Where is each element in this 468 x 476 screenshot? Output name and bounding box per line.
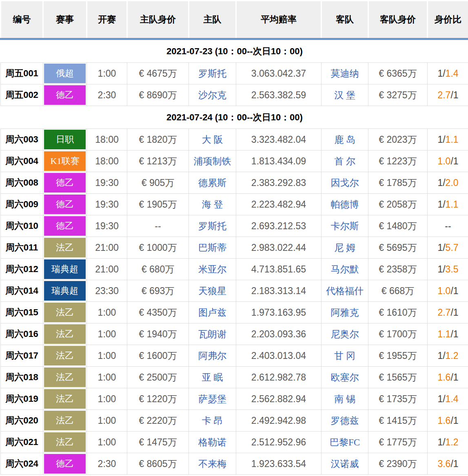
average-odds: 2.383.292.83 <box>236 172 322 194</box>
away-team-link[interactable]: 欧塞尔 <box>322 367 368 388</box>
away-team-link[interactable]: 巴黎FC <box>322 432 368 453</box>
match-number: 周六012 <box>1 259 43 280</box>
home-team-link[interactable]: 德累斯 <box>189 172 236 194</box>
match-row: 周六011 法乙 21:00 € 1000万 巴斯蒂 2.983.022.44 … <box>1 237 468 259</box>
away-team-value: € 1223万 <box>368 151 428 172</box>
away-team-link[interactable]: 罗德兹 <box>322 410 368 432</box>
match-row: 周六010 德乙 19:30 -- 罗斯托 2.693.212.53 卡尔斯 €… <box>1 215 468 237</box>
ratio-normal-part: /1 <box>450 307 458 318</box>
league-badge[interactable]: 德乙 <box>44 195 86 214</box>
match-number: 周六004 <box>1 151 43 172</box>
match-number: 周六020 <box>1 410 43 432</box>
away-team-value: € 5695万 <box>368 237 428 259</box>
home-team-link[interactable]: 不来梅 <box>189 453 236 475</box>
league-badge[interactable]: 德乙 <box>44 173 86 193</box>
away-team-link[interactable]: 南 锡 <box>322 388 368 410</box>
match-number: 周六011 <box>1 237 43 259</box>
league-badge[interactable]: 法乙 <box>44 346 86 365</box>
league-badge[interactable]: 法乙 <box>44 303 86 322</box>
date-group-row: 2021-07-24 (10：00--次日10：00) <box>1 106 468 129</box>
match-row: 周六009 德乙 19:30 € 1905万 海 登 2.223.482.94 … <box>1 194 468 215</box>
away-team-link[interactable]: 汉诺威 <box>322 453 368 475</box>
away-team-value: € 6365万 <box>368 63 428 84</box>
ratio-normal-part: 1/ <box>437 394 445 404</box>
value-ratio: 2.7/1 <box>428 84 468 106</box>
home-team-link[interactable]: 天狼星 <box>189 280 236 302</box>
ratio-normal-part: 1/ <box>437 264 445 275</box>
ratio-highlight-part: 1.6 <box>437 372 450 383</box>
away-team-link[interactable]: 阿雅克 <box>322 302 368 323</box>
home-team-link[interactable]: 沙尔克 <box>189 84 236 106</box>
match-row: 周六016 法乙 1:00 € 1940万 瓦朗谢 2.203.093.36 尼… <box>1 323 468 345</box>
home-team-link[interactable]: 米亚尔 <box>189 259 236 280</box>
league-badge[interactable]: 德乙 <box>44 454 86 474</box>
league-badge[interactable]: K1联赛 <box>44 151 86 171</box>
home-team-link[interactable]: 卡 昂 <box>189 410 236 432</box>
ratio-highlight-part: 1.1 <box>446 134 459 145</box>
away-team-link[interactable]: 汉 堡 <box>322 84 368 106</box>
ratio-highlight-part: 1.4 <box>446 394 459 404</box>
away-team-link[interactable]: 代格福什 <box>322 280 368 302</box>
home-team-link[interactable]: 图卢兹 <box>189 302 236 323</box>
league-badge[interactable]: 法乙 <box>44 411 86 430</box>
away-team-value: € 2390万 <box>368 453 428 475</box>
match-number: 周六017 <box>1 345 43 367</box>
value-ratio: 1.0/1 <box>428 280 468 302</box>
league-badge[interactable]: 法乙 <box>44 368 86 387</box>
league-badge[interactable]: 瑞典超 <box>44 281 86 301</box>
away-team-link[interactable]: 莫迪纳 <box>322 63 368 84</box>
home-team-link[interactable]: 格勒诺 <box>189 432 236 453</box>
away-team-link[interactable]: 卡尔斯 <box>322 215 368 237</box>
away-team-link[interactable]: 马尔默 <box>322 259 368 280</box>
ratio-highlight-part: 1.6 <box>437 415 450 426</box>
league-badge[interactable]: 法乙 <box>44 432 86 452</box>
away-team-value: € 668万 <box>368 280 428 302</box>
ratio-normal-part: /1 <box>450 286 458 296</box>
home-team-link[interactable]: 罗斯托 <box>189 215 236 237</box>
league-cell: 俄超 <box>43 63 87 84</box>
home-team-link[interactable]: 瓦朗谢 <box>189 323 236 345</box>
average-odds: 1.923.633.54 <box>236 453 322 475</box>
match-number: 周六008 <box>1 172 43 194</box>
home-team-link[interactable]: 萨瑟堡 <box>189 388 236 410</box>
league-badge[interactable]: 日职 <box>44 130 86 149</box>
ratio-highlight-part: 1.1 <box>446 199 459 210</box>
league-badge[interactable]: 法乙 <box>44 324 86 344</box>
away-team-link[interactable]: 尼奥尔 <box>322 323 368 345</box>
home-team-link[interactable]: 阿弗尔 <box>189 345 236 367</box>
league-badge[interactable]: 法乙 <box>44 389 86 409</box>
match-number: 周六021 <box>1 432 43 453</box>
league-cell: 法乙 <box>43 410 87 432</box>
league-badge[interactable]: 德乙 <box>44 216 86 236</box>
league-badge[interactable]: 俄超 <box>44 64 86 83</box>
col-header-away-value: 客队身价 <box>368 1 428 39</box>
away-team-link[interactable]: 尼 姆 <box>322 237 368 259</box>
home-team-link[interactable]: 海 登 <box>189 194 236 215</box>
away-team-link[interactable]: 甘 冈 <box>322 345 368 367</box>
home-team-link[interactable]: 罗斯托 <box>189 63 236 84</box>
ratio-highlight-part: 3.5 <box>446 264 459 275</box>
home-team-value: € 2500万 <box>127 367 189 388</box>
home-team-value: € 8605万 <box>127 453 189 475</box>
away-team-value: € 1415万 <box>368 410 428 432</box>
value-ratio: 1/1.2 <box>428 345 468 367</box>
average-odds: 2.983.022.44 <box>236 237 322 259</box>
away-team-link[interactable]: 因戈尔 <box>322 172 368 194</box>
home-team-link[interactable]: 大 阪 <box>189 129 236 151</box>
ratio-normal-part: /1 <box>450 156 458 166</box>
home-team-link[interactable]: 亚 眠 <box>189 367 236 388</box>
league-badge[interactable]: 德乙 <box>44 85 86 105</box>
away-team-link[interactable]: 鹿 岛 <box>322 129 368 151</box>
away-team-link[interactable]: 帕德博 <box>322 194 368 215</box>
home-team-link[interactable]: 浦项制铁 <box>189 151 236 172</box>
col-header-league: 赛事 <box>43 1 87 39</box>
away-team-link[interactable]: 首 尔 <box>322 151 368 172</box>
league-badge[interactable]: 瑞典超 <box>44 259 86 279</box>
value-ratio: 1.6/1 <box>428 367 468 388</box>
home-team-link[interactable]: 巴斯蒂 <box>189 237 236 259</box>
away-team-value: € 1700万 <box>368 323 428 345</box>
league-badge[interactable]: 法乙 <box>44 238 86 257</box>
value-ratio: 1/1.4 <box>428 388 468 410</box>
match-number: 周六019 <box>1 388 43 410</box>
kickoff-time: 23:30 <box>87 280 127 302</box>
